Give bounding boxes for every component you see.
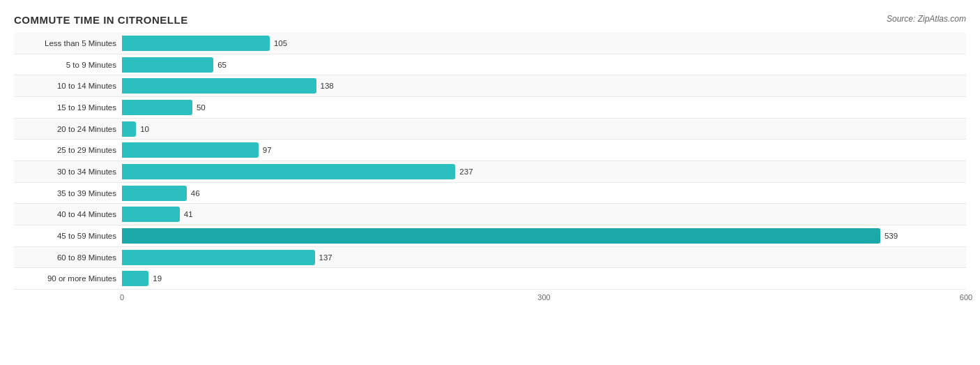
bar-value: 138 [321,82,334,90]
bar-fill [122,142,259,158]
x-axis-tick: 600 [960,293,972,301]
bar-label: 25 to 29 Minutes [14,146,122,154]
chart-title: COMMUTE TIME IN CITRONELLE [14,14,188,26]
bar-row: 15 to 19 Minutes50 [14,97,966,119]
bar-value: 10 [140,125,149,133]
bar-row: 5 to 9 Minutes65 [14,54,966,76]
bar-track: 137 [122,248,966,267]
bar-row: 30 to 34 Minutes237 [14,161,966,183]
bar-track: 539 [122,227,966,245]
bar-row: 45 to 59 Minutes539 [14,225,966,247]
bar-row: 20 to 24 Minutes10 [14,119,966,140]
bar-fill [122,100,192,115]
bar-track: 65 [122,56,966,74]
bar-value: 65 [217,61,227,69]
x-axis-tick: 300 [537,293,550,301]
bar-fill [122,186,187,201]
bar-label: 10 to 14 Minutes [14,82,122,90]
bar-value: 237 [459,167,473,176]
bar-track: 19 [122,269,966,288]
bar-value: 50 [197,103,206,112]
bar-fill [122,271,148,286]
bar-label: 20 to 24 Minutes [14,125,122,133]
bar-fill [122,164,455,179]
bar-row: 35 to 39 Minutes46 [14,183,966,204]
bar-label: 45 to 59 Minutes [14,232,122,240]
bar-row: 90 or more Minutes19 [14,268,966,290]
bar-row: 10 to 14 Minutes138 [14,75,966,97]
bar-fill [122,250,315,265]
bar-track: 10 [122,120,966,138]
bar-row: 60 to 89 Minutes137 [14,247,966,269]
bar-row: 40 to 44 Minutes41 [14,204,966,225]
bar-fill [122,207,180,222]
bar-fill [122,228,880,244]
bar-label: Less than 5 Minutes [14,39,122,47]
x-axis-labels: 0300600 [122,293,966,307]
chart-header: COMMUTE TIME IN CITRONELLE Source: ZipAt… [14,14,966,26]
bar-value: 539 [885,232,898,240]
bar-label: 60 to 89 Minutes [14,253,122,262]
bar-label: 90 or more Minutes [14,274,122,283]
bar-fill [122,36,270,51]
bar-track: 105 [122,34,966,52]
chart-area: Less than 5 Minutes1055 to 9 Minutes6510… [14,33,966,307]
bar-track: 41 [122,205,966,223]
bar-value: 105 [274,39,287,47]
bar-fill [122,57,213,73]
bar-track: 97 [122,141,966,159]
bar-label: 15 to 19 Minutes [14,103,122,112]
bar-value: 46 [191,189,200,198]
bar-track: 46 [122,184,966,202]
bar-track: 50 [122,98,966,117]
x-axis-tick: 0 [120,293,124,301]
bar-value: 97 [263,146,272,154]
bar-label: 40 to 44 Minutes [14,210,122,218]
chart-container: COMMUTE TIME IN CITRONELLE Source: ZipAt… [0,0,980,365]
bar-value: 137 [319,253,332,262]
bar-track: 237 [122,163,966,181]
bar-row: 25 to 29 Minutes97 [14,140,966,161]
x-axis: 0300600 [122,293,966,307]
bar-label: 5 to 9 Minutes [14,61,122,69]
bar-value: 19 [153,274,162,283]
chart-source: Source: ZipAtlas.com [887,14,966,24]
bar-track: 138 [122,77,966,95]
bar-row: Less than 5 Minutes105 [14,33,966,54]
bar-fill [122,121,136,137]
bar-label: 35 to 39 Minutes [14,189,122,198]
bar-label: 30 to 34 Minutes [14,167,122,176]
bar-fill [122,78,316,94]
bars-section: Less than 5 Minutes1055 to 9 Minutes6510… [14,33,966,290]
bar-value: 41 [184,210,193,218]
